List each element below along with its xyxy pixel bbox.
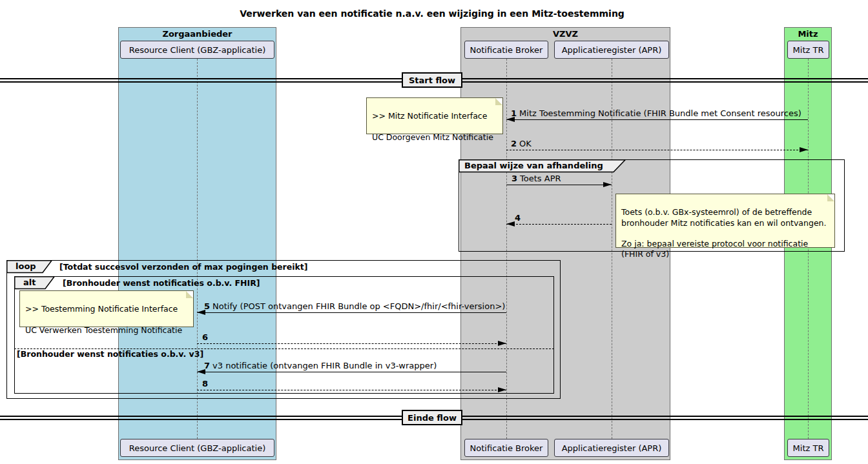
note-fold-icon — [495, 98, 502, 105]
message-5-label: 5Notify (POST ontvangen FHIR Bundle op <… — [204, 301, 505, 311]
message-6-label: 6 — [202, 332, 211, 342]
message-6-arrowhead-icon — [498, 341, 506, 346]
frame-alt-condition: [Bronhouder wenst notificaties o.b.v. FH… — [63, 278, 260, 288]
message-2-line — [506, 150, 808, 150]
message-3-label: 3Toets APR — [512, 174, 561, 183]
box-label-zorgaanbieder: Zorgaanbieder — [118, 29, 276, 39]
participant-notificatie-broker-bottom: Notificatie Broker — [464, 439, 548, 457]
diagram-title: Verwerken van een notificatie n.a.v. een… — [109, 8, 755, 19]
note-fold-icon — [827, 194, 834, 201]
divider-einde-label: Einde flow — [402, 410, 462, 425]
message-2-arrowhead-icon — [800, 147, 808, 152]
participant-mitz-tr-bottom: Mitz TR — [787, 439, 829, 457]
message-8-label: 8 — [202, 379, 211, 388]
participant-applicatieregister-top: Applicatieregister (APR) — [554, 41, 669, 59]
message-3-line — [506, 185, 612, 185]
frame-alt-label: alt — [23, 277, 36, 287]
participant-applicatieregister-bottom: Applicatieregister (APR) — [554, 439, 669, 457]
frame-bepaal-label: Bepaal wijze van afhandeling — [464, 161, 603, 170]
note-mitz-notificatie-interface: >> Mitz Notificatie Interface UC Doorgev… — [366, 97, 503, 134]
message-4-line — [506, 224, 612, 225]
frame-loop-condition: [Totdat succesvol verzonden of max pogin… — [59, 262, 307, 272]
message-6-line — [197, 343, 506, 344]
message-5-arrowhead-icon — [197, 310, 205, 315]
message-4-arrowhead-icon — [506, 221, 515, 227]
sequence-diagram: Verwerken van een notificatie n.a.v. een… — [0, 0, 868, 464]
message-3-arrowhead-icon — [603, 182, 612, 187]
note-toestemming-notificatie-interface-text: >> Toestemming Notificatie Interface UC … — [25, 304, 182, 335]
note-toestemming-notificatie-interface: >> Toestemming Notificatie Interface UC … — [19, 290, 194, 327]
divider-start-label: Start flow — [402, 72, 462, 88]
message-2-label: 2OK — [511, 139, 532, 148]
message-7-label: 7v3 notificatie (ontvangen FHIR Bundle i… — [204, 361, 437, 370]
note-toets-apr: Toets (o.b.v. GBx-systeemrol) of de betr… — [615, 194, 835, 248]
message-5-line — [197, 312, 506, 313]
message-7-line — [197, 372, 506, 372]
participant-resource-client-bottom: Resource Client (GBZ-applicatie) — [120, 439, 274, 457]
box-label-mitz: Mitz — [784, 29, 832, 39]
message-8-arrowhead-icon — [498, 387, 506, 392]
message-8-line — [197, 390, 506, 390]
message-1-label: 1Mitz Toestemming Notificatie (FHIR Bund… — [511, 108, 801, 118]
participant-resource-client-top: Resource Client (GBZ-applicatie) — [120, 41, 274, 59]
message-4-label: 4 — [515, 213, 523, 223]
note-mitz-notificatie-interface-text: >> Mitz Notificatie Interface UC Doorgev… — [372, 111, 493, 142]
participant-mitz-tr-top: Mitz TR — [787, 41, 829, 59]
note-fold-icon — [186, 291, 193, 298]
box-label-vzvz: VZVZ — [460, 29, 670, 39]
frame-alt-else-condition: [Bronhouder wenst notificaties o.b.v. v3… — [17, 349, 203, 359]
message-1-arrowhead-icon — [506, 117, 515, 122]
frame-loop-label: loop — [16, 261, 36, 271]
participant-notificatie-broker-top: Notificatie Broker — [464, 41, 548, 59]
message-1-line — [506, 119, 808, 120]
message-7-arrowhead-icon — [197, 369, 205, 374]
